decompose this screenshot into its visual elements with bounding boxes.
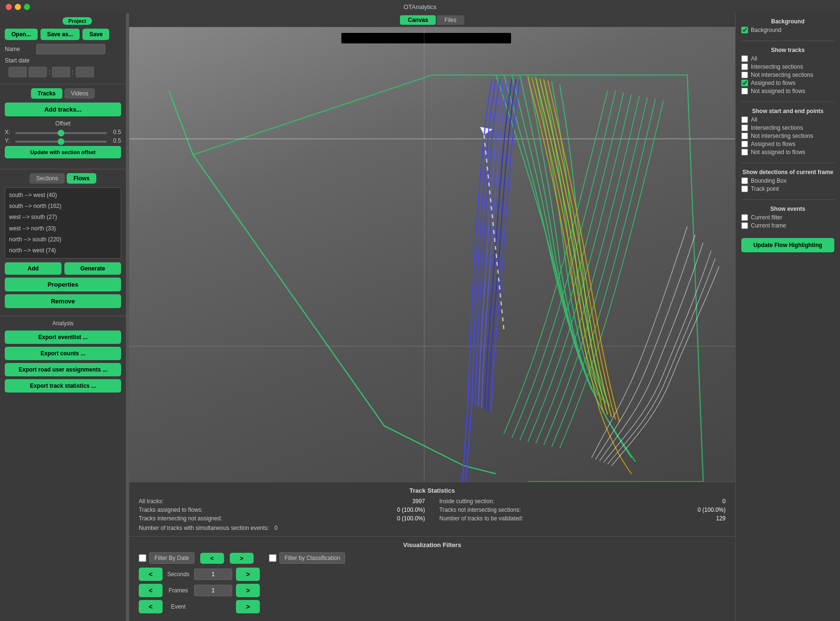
save-as-button[interactable]: Save as... xyxy=(41,29,80,40)
offset-section: Offset X: 0.5 Y: 0.5 Update with section… xyxy=(5,120,121,162)
canvas-area[interactable] xyxy=(129,27,735,482)
list-item: west --> north (33) xyxy=(7,223,119,234)
tracks-all-row: All xyxy=(741,55,834,62)
background-checkbox[interactable] xyxy=(741,27,748,33)
generate-button[interactable]: Generate xyxy=(64,262,121,275)
tracks-overlay xyxy=(129,27,735,482)
stats-grid: All tracks: 3997 Inside cutting section:… xyxy=(139,498,726,522)
sections-tab[interactable]: Sections xyxy=(30,173,65,184)
date-day-input[interactable] xyxy=(9,67,27,77)
tracks-assigned-checkbox[interactable] xyxy=(741,80,748,86)
tracks-not-intersecting-checkbox[interactable] xyxy=(741,72,748,78)
maximize-button[interactable] xyxy=(24,4,30,10)
export-road-user-button[interactable]: Export road user assignments ... xyxy=(5,363,121,376)
project-btn-row: Open... Save as... Save xyxy=(5,29,121,40)
list-item: west --> south (27) xyxy=(7,212,119,223)
start-assigned-label: Assigned to flows xyxy=(751,141,795,147)
bounding-box-checkbox[interactable] xyxy=(741,177,748,184)
right-panel: Background Background Show tracks All In… xyxy=(735,13,840,621)
start-intersecting-row: Intersecting sections xyxy=(741,124,834,131)
divider-1 xyxy=(741,41,834,41)
open-button[interactable]: Open... xyxy=(5,29,38,40)
save-button[interactable]: Save xyxy=(82,29,109,40)
tracks-not-intersecting-row: Not intersecting sections xyxy=(741,72,834,78)
filter-class-checkbox[interactable] xyxy=(269,554,277,562)
remove-button[interactable]: Remove xyxy=(5,294,121,308)
files-tab[interactable]: Files xyxy=(437,15,464,25)
frames-next-button[interactable]: > xyxy=(236,584,260,597)
current-filter-label: Current filter xyxy=(751,214,782,221)
event-next-button[interactable]: > xyxy=(236,600,260,613)
flows-tab[interactable]: Flows xyxy=(67,173,96,184)
frames-prev-button[interactable]: < xyxy=(139,584,163,597)
tracks-tab[interactable]: Tracks xyxy=(31,88,62,99)
event-prev-button[interactable]: < xyxy=(139,600,163,613)
sections-flows-section: Sections Flows south --> west (40) south… xyxy=(0,169,126,316)
start-assigned-checkbox[interactable] xyxy=(741,141,748,147)
start-all-checkbox[interactable] xyxy=(741,116,748,123)
export-eventlist-button[interactable]: Export eventlist ... xyxy=(5,331,121,344)
project-section: Project Open... Save as... Save Name Sta… xyxy=(0,13,126,84)
current-filter-checkbox[interactable] xyxy=(741,214,748,221)
export-counts-button[interactable]: Export counts ... xyxy=(5,347,121,360)
start-not-intersecting-checkbox[interactable] xyxy=(741,133,748,139)
start-intersecting-checkbox[interactable] xyxy=(741,124,748,131)
properties-button[interactable]: Properties xyxy=(5,278,121,291)
titlebar: OTAnalytics xyxy=(0,0,840,13)
tracks-not-assigned-label: Not assigned to flows xyxy=(751,88,805,94)
seconds-prev-button[interactable]: < xyxy=(139,568,163,581)
class-filter-group: Filter by Classification xyxy=(269,552,346,564)
minimize-button[interactable] xyxy=(15,4,21,10)
offset-y-slider[interactable] xyxy=(15,141,107,143)
tracks-intersecting-row: Intersecting sections xyxy=(741,63,834,70)
tracks-not-assigned-checkbox[interactable] xyxy=(741,88,748,94)
offset-x-value: 0.5 xyxy=(110,129,121,135)
list-item: north --> west (74) xyxy=(7,245,119,256)
add-tracks-button[interactable]: Add tracks... xyxy=(5,103,121,116)
filter-class-button[interactable]: Filter by Classification xyxy=(279,552,346,564)
update-flow-button[interactable]: Update Flow Highlighting xyxy=(741,238,834,252)
offset-x-slider[interactable] xyxy=(15,132,107,134)
canvas-tab-bar: Canvas Files xyxy=(129,13,735,27)
date-hour-input[interactable] xyxy=(29,67,47,77)
export-track-stats-button[interactable]: Export track statistics ... xyxy=(5,379,121,393)
tracks-all-checkbox[interactable] xyxy=(741,55,748,62)
current-frame-checkbox[interactable] xyxy=(741,222,748,229)
start-not-assigned-row: Not assigned to flows xyxy=(741,149,834,155)
offset-y-slider-container xyxy=(15,137,107,144)
tracks-assigned-row: Assigned to flows xyxy=(741,80,834,86)
videos-tab[interactable]: Videos xyxy=(64,88,95,99)
all-tracks-value: 3997 xyxy=(412,498,425,505)
seconds-next-button[interactable]: > xyxy=(236,568,260,581)
list-item: south --> west (40) xyxy=(7,190,119,201)
frames-input[interactable] xyxy=(194,585,232,596)
start-all-label: All xyxy=(751,116,757,123)
list-item: south --> north (162) xyxy=(7,201,119,212)
offset-title: Offset xyxy=(5,120,121,127)
add-flow-button[interactable]: Add xyxy=(5,262,61,275)
filter-date-button[interactable]: Filter By Date xyxy=(149,552,195,564)
seconds-input[interactable] xyxy=(194,569,232,580)
name-input[interactable] xyxy=(36,44,105,54)
date-prev-button[interactable]: < xyxy=(200,553,224,564)
viz-title: Visualization Filters xyxy=(139,541,726,549)
app-title: OTAnalytics xyxy=(403,3,436,10)
divider-4 xyxy=(741,199,834,200)
date-min-input[interactable] xyxy=(52,67,70,77)
name-label: Name xyxy=(5,46,33,52)
date-filter-group: Filter By Date xyxy=(139,552,195,564)
date-sec-input[interactable] xyxy=(76,67,94,77)
tracks-section: Tracks Videos Add tracks... Offset X: 0.… xyxy=(0,84,126,169)
start-not-assigned-checkbox[interactable] xyxy=(741,149,748,155)
viz-filters: Visualization Filters Filter By Date < >… xyxy=(129,536,735,621)
tracks-intersecting-checkbox[interactable] xyxy=(741,63,748,70)
filter-date-checkbox[interactable] xyxy=(139,554,146,562)
offset-y-value: 0.5 xyxy=(110,137,121,144)
update-offset-button[interactable]: Update with section offset xyxy=(5,146,121,158)
divider-3 xyxy=(741,163,834,163)
current-frame-row: Current frame xyxy=(741,222,834,229)
date-next-button[interactable]: > xyxy=(230,553,254,564)
track-point-checkbox[interactable] xyxy=(741,186,748,192)
close-button[interactable] xyxy=(6,4,12,10)
canvas-tab[interactable]: Canvas xyxy=(400,15,436,25)
